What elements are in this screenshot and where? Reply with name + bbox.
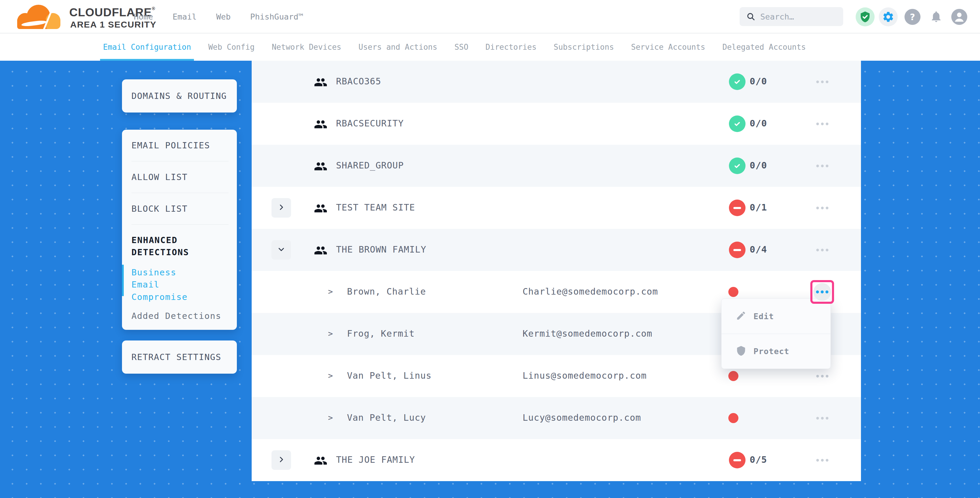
row-actions-highlight-box [810,280,834,304]
row-actions-button[interactable] [814,119,831,128]
domains-routing-label: DOMAINS & ROUTING [132,91,227,101]
tab-network-devices[interactable]: Network Devices [272,33,341,61]
member-email: Kermit@somedemocorp.com [523,328,652,339]
member-email: Charlie@somedemocorp.com [523,286,658,297]
nav-item-home[interactable]: Home [134,12,153,21]
row-actions-button[interactable] [814,245,831,255]
chevron-right-icon [277,455,286,465]
member-chevron-icon: > [328,413,333,422]
member-email: Linus@somedemocorp.com [523,371,647,381]
group-name: RBACO365 [336,76,381,86]
expand-toggle-button[interactable] [272,198,291,218]
row-context-menu: EditProtect [721,298,831,369]
protected-count: 0/4 [750,244,767,255]
notifications-bell-icon[interactable] [929,10,943,24]
status-blocked-icon [729,242,746,258]
row-actions-button[interactable] [814,372,831,380]
member-name: Van Pelt, Lucy [347,412,426,423]
directory-table-panel: RBACO3650/0RBACSECURITY0/0SHARED_GROUP0/… [252,61,861,481]
member-name: Brown, Charlie [347,286,426,297]
app-header: CLOUDFLARE® AREA 1 SECURITY HomeEmailWeb… [0,0,980,33]
row-actions-button[interactable] [814,456,831,465]
account-icon[interactable] [951,9,967,25]
group-row: SHARED_GROUP0/0 [252,145,861,187]
tab-sso[interactable]: SSO [455,33,468,61]
status-alert-dot [728,413,738,423]
menu-item-label: Edit [754,312,774,321]
status-ok-icon [729,73,746,90]
cloudflare-cloud-icon [17,3,64,30]
protected-count: 0/1 [750,202,767,213]
chevron-right-icon [277,203,286,213]
nav-item-web[interactable]: Web [216,12,231,21]
status-ok-icon [729,158,746,174]
retract-settings-label: RETRACT SETTINGS [132,352,221,362]
member-name: Van Pelt, Linus [347,371,432,381]
tab-delegated-accounts[interactable]: Delegated Accounts [722,33,806,61]
member-chevron-icon: > [328,329,333,338]
expand-toggle-button[interactable] [272,450,291,470]
row-actions-button[interactable] [814,161,831,170]
group-row: THE BROWN FAMILY0/4 [252,229,861,271]
active-item-indicator [122,265,124,296]
member-row: >Van Pelt, LucyLucy@somedemocorp.com [252,397,861,439]
shield-icon [736,345,746,357]
search-input[interactable] [760,12,831,21]
group-name: THE BROWN FAMILY [336,244,426,255]
tab-web-config[interactable]: Web Config [208,33,255,61]
settings-gear-icon[interactable] [879,7,898,26]
member-chevron-icon: > [328,287,333,296]
sidebar-card-retract-settings[interactable]: RETRACT SETTINGS [122,340,237,374]
menu-item-protect[interactable]: Protect [722,334,830,369]
protected-count: 0/0 [750,118,767,129]
sidebar-card-email-policies: EMAIL POLICIESALLOW LISTBLOCK LIST ENHAN… [122,130,237,330]
protected-count: 0/0 [750,76,767,86]
nav-item-phishguard-[interactable]: PhishGuard™ [250,12,303,21]
section-tab-bar: Email ConfigurationWeb ConfigNetwork Dev… [0,33,980,61]
protected-count: 0/0 [750,160,767,170]
sidebar-item-enhanced-detections[interactable]: ENHANCED DETECTIONS [132,234,208,258]
status-ok-icon [729,116,746,132]
member-chevron-icon: > [328,371,333,380]
sidebar-item-allow-list[interactable]: ALLOW LIST [132,161,229,193]
group-row: TEST TEAM SITE0/1 [252,187,861,229]
protected-count: 0/5 [750,454,767,465]
tab-subscriptions[interactable]: Subscriptions [554,33,614,61]
tab-service-accounts[interactable]: Service Accounts [631,33,705,61]
member-name: Frog, Kermit [347,328,415,339]
shield-check-icon[interactable] [856,7,875,26]
status-alert-dot [728,371,738,381]
row-actions-button[interactable] [814,414,831,423]
chevron-down-icon [277,245,286,255]
sidebar-item-email-policies[interactable]: EMAIL POLICIES [132,130,229,161]
sidebar-item-business-email-compromise[interactable]: Business Email Compromise [132,266,205,303]
tab-users-and-actions[interactable]: Users and Actions [358,33,437,61]
tab-directories[interactable]: Directories [485,33,536,61]
group-name: SHARED_GROUP [336,160,404,170]
status-blocked-icon [729,200,746,216]
menu-item-label: Protect [754,347,789,356]
help-icon[interactable]: ? [905,9,921,25]
sidebar-item-added-detections[interactable]: Added Detections [132,311,229,321]
row-actions-button[interactable] [814,77,831,86]
group-row: THE JOE FAMILY0/5 [252,439,861,481]
group-name: THE JOE FAMILY [336,455,415,465]
pencil-icon [736,310,746,322]
status-alert-dot [728,287,738,297]
sidebar-item-block-list[interactable]: BLOCK LIST [132,193,229,225]
row-actions-button-active[interactable] [813,283,831,301]
expand-toggle-button[interactable] [272,240,291,260]
top-nav: HomeEmailWebPhishGuard™ [134,0,303,33]
sidebar-card-domains-routing[interactable]: DOMAINS & ROUTING [122,80,237,113]
menu-item-edit[interactable]: Edit [722,299,830,334]
tab-email-configuration[interactable]: Email Configuration [103,33,191,61]
group-name: TEST TEAM SITE [336,202,415,213]
row-actions-button[interactable] [814,204,831,212]
status-blocked-icon [729,452,746,468]
search-box[interactable] [740,7,843,26]
group-name: RBACSECURITY [336,118,404,129]
group-row: RBACSECURITY0/0 [252,103,861,145]
member-email: Lucy@somedemocorp.com [523,412,641,423]
nav-item-email[interactable]: Email [173,12,197,21]
search-icon [746,12,756,21]
